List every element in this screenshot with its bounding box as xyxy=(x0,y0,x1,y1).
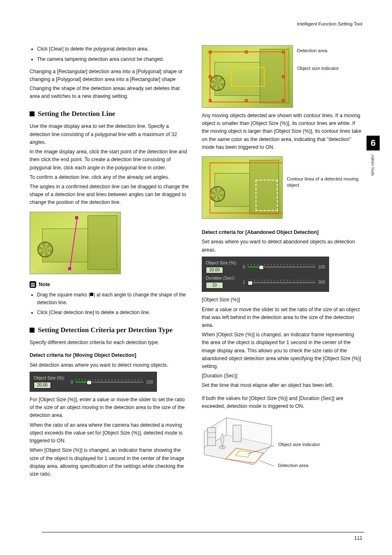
chapter-label: Admin Tools xyxy=(371,155,375,176)
square-bullet-icon xyxy=(30,328,35,333)
object-size-subhead: [Object Size (%)] xyxy=(202,296,362,304)
running-header: Intelligent Function Setting Tool xyxy=(297,21,362,26)
chapter-number: 6 xyxy=(367,136,380,150)
note-bullet-clear-line: Click [Clear detection line] to delete a… xyxy=(37,309,190,317)
control-left: Object Size (%): 20.00 xyxy=(206,259,239,275)
slider-min: 1 xyxy=(243,279,245,286)
moving-object-para: Set detection areas where you want to de… xyxy=(30,361,190,369)
figure-room-illustration: Object size indicator Detection area xyxy=(202,415,362,481)
figure-contour-lines: Contour lines of a detected moving objec… xyxy=(202,156,362,219)
control-left: Object Size (%): 20.00 xyxy=(34,375,67,390)
callout-contour: Contour lines of a detected moving objec… xyxy=(287,176,362,189)
abandoned-object-para: Set areas where you want to detect aband… xyxy=(202,238,362,254)
heading-text: Setting the Detection Line xyxy=(38,109,115,119)
slider-wrap: 1 300 xyxy=(243,279,325,286)
control-row-duration: Duration (Sec): 10 1 300 xyxy=(206,275,325,290)
note-title: Note xyxy=(39,281,50,289)
criteria-intro: Specify different detection criteria for… xyxy=(30,339,190,347)
line-handle-bottom xyxy=(68,267,71,270)
camera-scene xyxy=(202,45,293,108)
svg-line-9 xyxy=(259,460,274,466)
object-size-control: Object Size (%): 20.00 0 100 xyxy=(30,372,157,392)
moving-object-para2a: For [Object Size (%)], enter a value or … xyxy=(30,396,190,420)
page: Intelligent Function Setting Tool 6 Admi… xyxy=(0,0,392,555)
object-size-p1: Enter a value or move the slider to set … xyxy=(202,306,362,330)
object-size-input[interactable]: 20.00 xyxy=(34,382,51,388)
scene-fan xyxy=(37,242,53,257)
camera-scene xyxy=(202,156,283,219)
abandoned-controls: Object Size (%): 20.00 0 100 Duration (S… xyxy=(202,257,329,292)
callout-size-indicator: Object size indicator xyxy=(278,442,320,448)
duration-subhead: [Duration (Sec)] xyxy=(202,372,362,380)
heading-detection-criteria: Setting Detection Criteria per Detection… xyxy=(30,325,190,335)
note-icon xyxy=(30,281,36,288)
control-row: Object Size (%): 20.00 0 100 xyxy=(34,375,153,390)
callouts: Detection area Object size indicator xyxy=(297,45,339,83)
callouts: Object size indicator Detection area xyxy=(278,415,320,481)
duration-input[interactable]: 10 xyxy=(206,282,223,289)
object-size-label: Object Size (%): xyxy=(34,375,67,381)
svg-rect-5 xyxy=(233,425,241,442)
camera-scene xyxy=(30,212,121,274)
note-bullet-list: Drag the square marks () at each angle t… xyxy=(30,291,190,317)
shape-change-body: Changing the shape of the detection area… xyxy=(30,85,190,100)
control-left: Duration (Sec): 10 xyxy=(206,275,239,290)
indicator-intro: When [Object Size (%)] is changed, an in… xyxy=(30,446,190,478)
slider-min: 0 xyxy=(243,264,245,271)
heading-setting-detection-line: Setting the Detection Line xyxy=(30,109,190,119)
moving-object-heading: Detect criteria for [Moving Object Detec… xyxy=(30,352,190,359)
slider-wrap: 0 100 xyxy=(71,379,153,386)
duration-label: Duration (Sec): xyxy=(206,275,239,281)
contour-para: Any moving objects detected are shown wi… xyxy=(202,112,362,151)
shape-change-heading: Changing a [Rectangular] detection area … xyxy=(30,68,190,83)
object-size-input[interactable]: 20.00 xyxy=(206,267,223,273)
body-columns: Click [Clear] to delete the polygonal de… xyxy=(30,45,362,526)
note-bullet-drag: Drag the square marks () at each angle t… xyxy=(37,291,190,306)
square-bullet-icon xyxy=(30,111,35,116)
slider-max: 100 xyxy=(318,264,325,271)
bullet-tampering: The camera tampering detection area cann… xyxy=(37,56,190,63)
heading-text: Setting Detection Criteria per Detection… xyxy=(38,325,173,335)
note-heading: Note xyxy=(30,281,190,289)
scene-door xyxy=(88,215,117,270)
slider-max: 300 xyxy=(318,279,325,286)
object-size-label: Object Size (%): xyxy=(206,259,239,266)
contour-rect xyxy=(256,180,278,211)
svg-rect-1 xyxy=(208,428,216,446)
object-size-slider[interactable] xyxy=(76,379,144,385)
figure-detection-area: Detection area Object size indicator xyxy=(202,45,362,108)
duration-p: Set the time that must elapse after an o… xyxy=(202,382,362,389)
slider-wrap: 0 100 xyxy=(243,264,325,271)
slider-min: 0 xyxy=(71,379,73,386)
figure-detection-line xyxy=(30,212,190,274)
control-row-size: Object Size (%): 20.00 0 100 xyxy=(206,259,325,275)
both-exceeded-p: If both the values for [Object Size (%)]… xyxy=(202,395,362,410)
object-size-p2: When [Object Size (%)] is changed, an in… xyxy=(202,331,362,370)
line-para-1: Use the image display area to set the de… xyxy=(30,123,190,146)
line-para-4: The angles in a confirmed detection line… xyxy=(30,183,190,207)
top-bullet-list: Click [Clear] to delete the polygonal de… xyxy=(30,45,190,63)
line-handle-top xyxy=(75,216,78,219)
line-para-3: To confirm a detection line, click any o… xyxy=(30,173,190,181)
callout-detection-area: Detection area xyxy=(297,48,339,54)
object-size-indicator-box xyxy=(231,67,265,87)
line-para-2: In the image display area, click the sta… xyxy=(30,148,190,172)
abandoned-object-heading: Detect criteria for [Abandoned Object De… xyxy=(202,229,362,236)
chapter-tab: 6 Admin Tools xyxy=(367,136,380,176)
room-drawing xyxy=(202,415,274,477)
callout-size-indicator: Object size indicator xyxy=(297,65,339,72)
callout-detection-area: Detection area xyxy=(278,462,320,469)
duration-slider[interactable] xyxy=(248,280,316,285)
page-number: 111 xyxy=(354,535,362,541)
slider-max: 100 xyxy=(146,379,153,386)
bullet-clear-polygon: Click [Clear] to delete the polygonal de… xyxy=(37,45,190,53)
callouts: Contour lines of a detected moving objec… xyxy=(287,156,362,200)
moving-object-para2b: When the ratio of an area where the came… xyxy=(30,421,190,445)
object-size-slider[interactable] xyxy=(248,264,316,270)
